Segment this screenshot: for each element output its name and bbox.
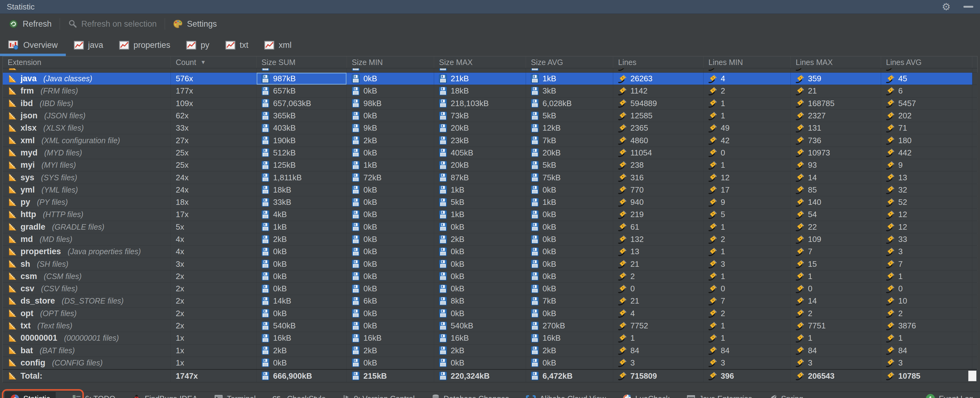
cell-lines-min[interactable]: 2 xyxy=(703,233,791,245)
cell-size-min[interactable]: 0kB xyxy=(347,320,434,332)
cell-size-sum[interactable]: 33kB xyxy=(256,196,347,208)
partially-visible-row[interactable] xyxy=(3,69,977,73)
table-row-xml[interactable]: xml(XML configuration file)27x190kB2kB23… xyxy=(3,134,977,147)
cell-extension[interactable]: ibd(IBD files) xyxy=(3,98,171,109)
cell-lines-min[interactable]: 17 xyxy=(703,184,791,196)
cell-size-avg[interactable]: 5kB xyxy=(526,110,613,122)
cell-size-min[interactable]: 2kB xyxy=(347,345,434,356)
cell-size-sum[interactable]: 0kB xyxy=(256,246,347,257)
cell-size-avg[interactable]: 270kB xyxy=(526,320,613,332)
cell-lines-avg[interactable]: 0 xyxy=(881,283,972,295)
cell-lines-avg[interactable]: 71 xyxy=(881,122,972,134)
cell-lines-avg[interactable]: 6 xyxy=(881,85,972,97)
table-row-xlsx[interactable]: xlsx(XLSX files)33x403kB9kB20kB12kB23654… xyxy=(3,122,977,134)
cell-count[interactable]: 1x xyxy=(171,357,256,369)
tab-py[interactable]: py xyxy=(178,34,217,56)
cell-size-max[interactable]: 2kB xyxy=(434,233,526,245)
cell-size-min[interactable]: 2kB xyxy=(347,134,434,146)
cell-size-avg[interactable]: 12kB xyxy=(526,122,613,134)
statusbar-item-database-changes[interactable]: Database Changes xyxy=(431,394,509,398)
cell-size-sum[interactable]: 657,063kB xyxy=(256,98,347,109)
cell-size-min[interactable]: 0kB xyxy=(347,110,434,122)
settings-button[interactable]: Settings xyxy=(169,18,221,31)
table-row-bat[interactable]: bat(BAT files)1x2kB2kB2kB2kB84848484 xyxy=(3,345,977,357)
cell-size-min[interactable]: 6kB xyxy=(347,295,434,307)
cell-lines-max[interactable]: 206543 xyxy=(791,370,881,382)
cell-count[interactable]: 4x xyxy=(171,246,256,257)
cell-extension[interactable]: http(HTTP files) xyxy=(3,208,171,221)
cell-lines-avg[interactable]: 1 xyxy=(881,332,972,344)
statusbar-item-statistic[interactable]: Statistic xyxy=(5,392,56,398)
cell-extension[interactable]: xml(XML configuration file) xyxy=(3,134,171,146)
cell-count[interactable]: 2x xyxy=(171,295,256,307)
cell-lines[interactable]: 0 xyxy=(613,283,703,295)
cell-count[interactable]: 25x xyxy=(171,159,256,171)
cell-lines-min[interactable]: 1 xyxy=(703,270,791,282)
cell-lines-min[interactable]: 1 xyxy=(703,98,791,109)
refresh-on-selection-button[interactable]: Refresh on selection xyxy=(64,18,161,31)
cell-extension[interactable]: txt(Text files) xyxy=(3,320,171,332)
cell-lines-max[interactable]: 1 xyxy=(791,332,881,344)
cell-lines[interactable]: 4 xyxy=(613,308,703,320)
cell-size-min[interactable]: 9kB xyxy=(347,122,434,134)
cell-lines-max[interactable]: 14 xyxy=(791,171,881,183)
statusbar-item-event-log[interactable]: 1 Event Log xyxy=(926,394,973,398)
cell-size-min[interactable]: 0kB xyxy=(347,308,434,320)
cell-size-sum[interactable]: 18kB xyxy=(256,184,347,196)
statusbar-item-findbugs-idea[interactable]: FindBugs-IDEA xyxy=(132,394,197,398)
cell-size-min[interactable]: 0kB xyxy=(347,208,434,221)
cell-size-min[interactable]: 16kB xyxy=(347,332,434,344)
statusbar-item-version-control[interactable]: 9: Version Control xyxy=(342,394,415,398)
cell-lines-max[interactable]: 2 xyxy=(791,308,881,320)
cell-lines-max[interactable]: 2327 xyxy=(791,110,881,122)
cell-size-min[interactable]: 0kB xyxy=(347,147,434,159)
cell-lines-min[interactable]: 1 xyxy=(703,159,791,171)
cell-lines-max[interactable]: 131 xyxy=(791,122,881,134)
cell-extension[interactable]: 00000001(00000001 files) xyxy=(3,332,171,344)
cell-size-max[interactable]: 0kB xyxy=(434,246,526,257)
tab-xml[interactable]: xml xyxy=(256,34,299,56)
table-row-md[interactable]: md(MD files)4x2kB0kB2kB0kB132210933 xyxy=(3,233,977,246)
cell-size-sum[interactable]: 2kB xyxy=(256,233,347,245)
cell-size-min[interactable]: 1kB xyxy=(347,159,434,171)
cell-size-sum[interactable]: 512kB xyxy=(256,147,347,159)
cell-lines[interactable]: 11054 xyxy=(613,147,703,159)
statusbar-item-terminal[interactable]: Terminal xyxy=(214,394,256,398)
cell-size-sum[interactable]: 0kB xyxy=(256,283,347,295)
cell-size-max[interactable]: 0kB xyxy=(434,357,526,369)
cell-lines[interactable]: 21 xyxy=(613,295,703,307)
cell-size-avg[interactable]: 5kB xyxy=(526,159,613,171)
cell-lines[interactable]: 4860 xyxy=(613,134,703,146)
cell-size-sum[interactable]: 125kB xyxy=(256,159,347,171)
cell-lines-max[interactable]: 3 xyxy=(791,357,881,369)
cell-lines-avg[interactable]: 12 xyxy=(881,208,972,221)
cell-size-max[interactable]: 218,103kB xyxy=(434,98,526,109)
cell-extension[interactable]: java(Java classes) xyxy=(3,73,171,85)
cell-lines[interactable]: 940 xyxy=(613,196,703,208)
cell-lines-min[interactable]: 1 xyxy=(703,320,791,332)
cell-count[interactable]: 25x xyxy=(171,147,256,159)
cell-size-sum[interactable]: 0kB xyxy=(256,357,347,369)
cell-lines-min[interactable]: 49 xyxy=(703,122,791,134)
statusbar-item-luacheck[interactable]: LuaCheck xyxy=(622,394,670,398)
column-header-size-max[interactable]: Size MAX xyxy=(434,56,526,68)
cell-lines-avg[interactable]: 5457 xyxy=(881,98,972,109)
cell-size-avg[interactable]: 0kB xyxy=(526,233,613,245)
cell-count[interactable]: 33x xyxy=(171,122,256,134)
table-row-opt[interactable]: opt(OPT files)2x0kB0kB0kB0kB4222 xyxy=(3,308,977,320)
cell-extension[interactable]: csv(CSV files) xyxy=(3,283,171,295)
cell-lines-max[interactable]: 0 xyxy=(791,283,881,295)
cell-extension[interactable]: Total: xyxy=(3,370,171,382)
cell-lines-avg[interactable]: 442 xyxy=(881,147,972,159)
cell-lines-min[interactable]: 3 xyxy=(703,258,791,270)
cell-extension[interactable]: config(CONFIG files) xyxy=(3,357,171,369)
table-row-py[interactable]: py(PY files)18x33kB0kB5kB1kB940914052 xyxy=(3,196,977,208)
cell-extension[interactable]: gradle(GRADLE files) xyxy=(3,221,171,233)
cell-size-max[interactable]: 540kB xyxy=(434,320,526,332)
cell-size-max[interactable]: 87kB xyxy=(434,171,526,183)
cell-extension[interactable]: json(JSON files) xyxy=(3,110,171,122)
cell-size-avg[interactable]: 7kB xyxy=(526,295,613,307)
tab-properties[interactable]: properties xyxy=(111,34,178,56)
cell-size-sum[interactable]: 1kB xyxy=(256,221,347,233)
cell-lines[interactable]: 770 xyxy=(613,184,703,196)
